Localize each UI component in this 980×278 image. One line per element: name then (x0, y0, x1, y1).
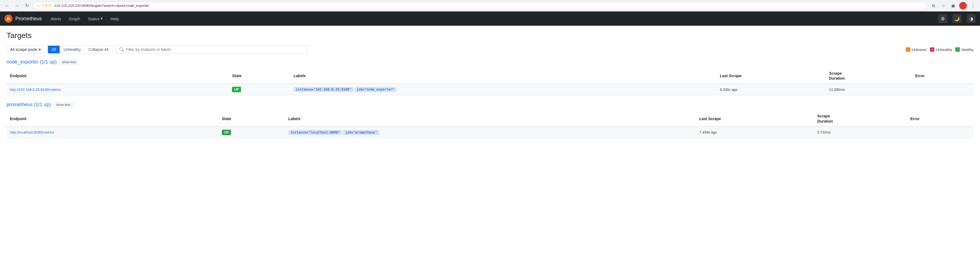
error-cell (907, 127, 974, 138)
search-wrapper (116, 45, 307, 54)
state-badge: UP (232, 87, 241, 92)
theme-contrast-button[interactable]: ◑ (967, 14, 975, 23)
translate-button[interactable]: ⧉ (930, 2, 937, 10)
navbar-link-alerts[interactable]: Alerts (47, 14, 64, 23)
legend-healthy-checkbox: ✓ (955, 47, 960, 52)
labels-cell: instance="localhost:9090"job="prometheus… (285, 127, 696, 138)
filter-collapse-all-button[interactable]: Collapse All (84, 46, 112, 53)
bookmark-button[interactable]: ☆ (940, 2, 947, 10)
legend-healthy[interactable]: ✓ Healthy (955, 47, 974, 52)
legend-unknown-checkbox: ✓ (906, 47, 910, 52)
table-column-header: Labels (290, 68, 716, 84)
table-column-header: Last Scrape (696, 111, 814, 126)
scrape-duration-cell: 5.732ms (814, 127, 907, 138)
toolbar: All scrape pools ▾ All Unhealthy Collaps… (6, 45, 974, 54)
table-column-header: Endpoint (6, 68, 229, 84)
brand-name: Prometheus (15, 16, 42, 22)
table-column-header: ScrapeDuration (814, 111, 907, 126)
browser-action-buttons: ⧉ ☆ ▣ T ⋮ (930, 2, 977, 10)
endpoint-link[interactable]: http://localhost:9090/metrics (10, 130, 54, 134)
groups-container: node_exporter (1/1 up)show lessEndpointS… (6, 59, 974, 138)
label-badge: instance="localhost:9090" (288, 130, 342, 135)
table-column-header: Error (907, 111, 974, 126)
table-column-header: ScrapeDuration (826, 68, 912, 84)
group-title-node_exporter[interactable]: node_exporter (1/1 up) (6, 59, 57, 65)
back-button[interactable]: ← (3, 2, 11, 10)
show-less-button-prometheus[interactable]: show less (54, 102, 73, 108)
table-column-header: Error (912, 68, 974, 84)
theme-moon-button[interactable]: 🌙 (953, 14, 961, 23)
table-row: http://localhost:9090/metricsUPinstance=… (6, 127, 974, 138)
legend: ✓ Unknown ✓ Unhealthy ✓ Healthy (906, 47, 974, 52)
legend-unhealthy-checkbox: ✓ (930, 47, 934, 52)
main-content: Targets All scrape pools ▾ All Unhealthy… (0, 26, 980, 150)
security-warning-icon: ⚠ (37, 4, 40, 8)
endpoint-cell: http://192.168.0.25:9100/metrics (6, 84, 229, 95)
labels-cell: instance="192.168.0.25:9100"job="node_ex… (290, 84, 716, 95)
state-cell: UP (219, 127, 285, 138)
navbar-link-help[interactable]: Help (107, 14, 122, 23)
group-header-node_exporter: node_exporter (1/1 up)show less (6, 59, 974, 65)
address-bar[interactable]: ⚠ 不安全 114.115.219.224:9090/targets?searc… (33, 2, 928, 9)
scrape-pools-button[interactable]: All scrape pools ▾ (6, 45, 45, 54)
group-section-prometheus: prometheus (1/1 up)show lessEndpointStat… (6, 102, 974, 138)
navbar-links: Alerts Graph Status ▾ Help (47, 14, 122, 23)
last-scrape-cell: 6.200s ago (716, 84, 826, 95)
show-less-button-node_exporter[interactable]: show less (59, 59, 79, 65)
table-column-header: Last Scrape (716, 68, 826, 84)
targets-table-prometheus: EndpointStateLabelsLast ScrapeScrapeDura… (6, 111, 974, 138)
endpoint-cell: http://localhost:9090/metrics (6, 127, 219, 138)
label-badge: job="prometheus" (343, 130, 379, 135)
table-column-header: State (219, 111, 285, 126)
legend-unknown-label: Unknown (912, 48, 927, 52)
state-cell: UP (229, 84, 290, 95)
targets-table-node_exporter: EndpointStateLabelsLast ScrapeScrapeDura… (6, 68, 974, 95)
filter-all-button[interactable]: All (48, 46, 60, 53)
state-badge: UP (222, 130, 231, 135)
table-column-header: Endpoint (6, 111, 219, 126)
scrape-pools-caret: ▾ (39, 47, 41, 52)
table-column-header: Labels (285, 111, 696, 126)
filter-unhealthy-button[interactable]: Unhealthy (60, 46, 84, 53)
label-badge: instance="192.168.0.25:9100" (294, 87, 353, 92)
legend-healthy-label: Healthy (961, 48, 974, 52)
group-title-prometheus[interactable]: prometheus (1/1 up) (6, 102, 51, 108)
page-title: Targets (6, 31, 974, 40)
address-url: 114.115.219.224:9090/targets?search=#poo… (54, 3, 149, 8)
profile-button[interactable]: T (959, 2, 967, 10)
navbar-brand[interactable]: 🔔 Prometheus (5, 14, 42, 23)
refresh-button[interactable]: ↻ (23, 2, 31, 10)
group-section-node_exporter: node_exporter (1/1 up)show lessEndpointS… (6, 59, 974, 95)
address-text: 不安全 (41, 3, 51, 8)
search-icon (119, 47, 124, 52)
endpoint-link[interactable]: http://192.168.0.25:9100/metrics (10, 87, 61, 92)
group-header-prometheus: prometheus (1/1 up)show less (6, 102, 974, 108)
scrape-pools-label: All scrape pools (10, 47, 37, 52)
split-view-button[interactable]: ▣ (949, 2, 957, 10)
menu-button[interactable]: ⋮ (969, 2, 977, 10)
status-dropdown-caret: ▾ (101, 16, 103, 21)
last-scrape-cell: 7.459s ago (696, 127, 814, 138)
table-column-header: State (229, 68, 290, 84)
error-cell (912, 84, 974, 95)
forward-button[interactable]: → (13, 2, 21, 10)
brand-icon: 🔔 (5, 14, 13, 23)
label-badge: job="node_exporter" (355, 87, 396, 92)
scrape-duration-cell: 11.285ms (826, 84, 912, 95)
table-row: http://192.168.0.25:9100/metricsUPinstan… (6, 84, 974, 95)
browser-chrome: ← → ↻ ⚠ 不安全 114.115.219.224:9090/targets… (0, 0, 980, 11)
navbar: 🔔 Prometheus Alerts Graph Status ▾ Help … (0, 11, 980, 26)
legend-unknown[interactable]: ✓ Unknown (906, 47, 927, 52)
navbar-link-status[interactable]: Status ▾ (84, 14, 106, 23)
settings-icon-button[interactable]: ⚙ (939, 14, 947, 23)
filter-group: All Unhealthy Collapse All (48, 45, 113, 54)
search-input[interactable] (126, 47, 304, 52)
navbar-link-graph[interactable]: Graph (65, 14, 83, 23)
legend-unhealthy-label: Unhealthy (936, 48, 952, 52)
legend-unhealthy[interactable]: ✓ Unhealthy (930, 47, 952, 52)
